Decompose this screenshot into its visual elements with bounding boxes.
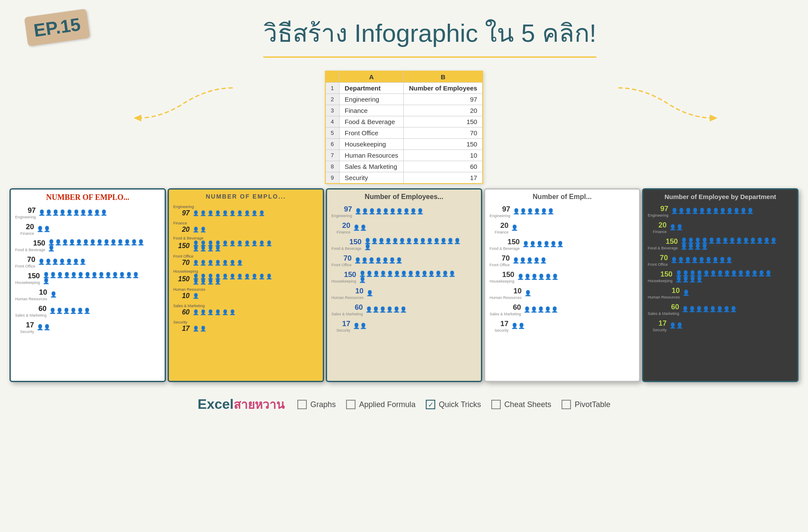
chart-row-left: 150Food & Beverage [490, 238, 520, 251]
arrow-left [129, 84, 241, 122]
person-icon: 👤 [207, 260, 214, 265]
footer-label: Graphs [310, 400, 336, 409]
person-icon: 👤 [98, 272, 105, 278]
person-icon: 👤 [84, 272, 91, 278]
dept-label: Security [648, 328, 667, 332]
chart-row: 97Engineering👤👤👤👤👤👤👤👤👤👤 [15, 205, 160, 220]
footer-checkbox[interactable]: ✓ [426, 400, 435, 409]
chart-value: 60 [15, 305, 47, 313]
person-icon: 👤 [726, 208, 733, 214]
person-icon: 👤 [251, 211, 258, 216]
person-icon: 👤 [730, 271, 737, 277]
table-row-num: 1 [325, 83, 340, 94]
chart-row: 70Front Office👤👤👤👤👤 [490, 253, 635, 268]
footer-checkbox[interactable] [346, 400, 356, 409]
chart-title-3: Number of Employees... [327, 190, 481, 202]
person-icon: 👤 [526, 258, 533, 264]
person-icon: 👤 [547, 208, 554, 215]
person-icon: 👤 [100, 210, 107, 216]
dept-label: Human Resources [490, 296, 522, 300]
person-icon: 👤 [110, 240, 117, 246]
person-icon: 👤 [520, 208, 527, 215]
person-icon: 👤 [193, 260, 199, 265]
person-icon: 👤 [366, 290, 373, 296]
dept-label: Food & Beverage [173, 236, 318, 240]
person-icon: 👤 [79, 259, 86, 265]
person-icon: 👤 [442, 271, 449, 277]
chart-panel-5: Number of Employee by Department 97Engin… [642, 188, 799, 382]
dept-label: Sales & Marketing [15, 313, 47, 317]
footer-checkbox[interactable] [491, 400, 501, 409]
chart-row-left: 20Finance [490, 221, 509, 234]
person-icon: 👤 [44, 324, 50, 330]
person-icon: 👤 [237, 211, 243, 216]
person-icon: 👤 [193, 279, 199, 284]
person-icon: 👤 [726, 257, 733, 263]
footer-checkbox[interactable] [562, 400, 571, 409]
person-icon: 👤 [229, 241, 236, 246]
dept-label: Front Office [173, 254, 318, 258]
dept-label: Housekeeping [490, 279, 515, 283]
brand-thai: สายหวาน [234, 398, 284, 411]
person-icon: 👤 [266, 274, 272, 279]
icons-container: 👤👤 [511, 323, 525, 329]
person-icon: 👤 [259, 211, 265, 216]
person-icon: 👤 [103, 240, 110, 246]
chart-row-left: 17Security [648, 319, 667, 332]
person-icon: 👤 [70, 272, 77, 278]
icons-container: 👤👤👤👤👤👤👤👤👤👤👤👤👤👤👤 [48, 240, 147, 252]
table-dept: Finance [339, 105, 403, 116]
person-icon: 👤 [517, 274, 524, 280]
person-icon: 👤 [222, 260, 228, 265]
chart-row-left: 97Engineering [490, 205, 510, 218]
person-icon: 👤 [244, 211, 250, 216]
table-employees: 20 [404, 105, 483, 116]
person-icon: 👤 [200, 326, 206, 331]
icons-container: 👤👤👤👤👤👤👤👤👤👤👤👤👤👤👤👤👤👤 [680, 238, 780, 250]
person-icon: 👤 [132, 272, 139, 278]
table-row-num: 3 [325, 105, 340, 116]
icons-container: 👤👤👤👤👤👤 [49, 308, 90, 314]
chart-row-left: 17Security [490, 320, 509, 333]
person-icon: 👤 [200, 211, 206, 216]
chart-value: 150 [490, 271, 515, 279]
chart-row: 60Sales & Marketing👤👤👤👤👤👤 [331, 302, 477, 317]
chart-title-4: Number of Empl... [485, 190, 639, 202]
person-icon: 👤 [703, 271, 710, 277]
chart-row: 17Security👤👤 [331, 319, 477, 333]
chart-value: 17 [173, 325, 190, 333]
person-icon: 👤 [440, 238, 447, 244]
icons-container: 👤👤 [353, 225, 367, 231]
person-icon: 👤 [557, 241, 564, 247]
person-icon: 👤 [677, 257, 684, 263]
footer-item-pivottable: PivotTable [562, 400, 610, 409]
dept-label: Human Resources [331, 296, 364, 300]
footer-checkbox[interactable] [297, 400, 307, 409]
dept-label: Finance [648, 230, 667, 234]
icons-container: 👤👤👤👤👤👤👤👤👤 [671, 257, 733, 263]
chart-value: 20 [331, 221, 350, 230]
person-icon: 👤 [56, 308, 63, 314]
person-icon: 👤 [421, 271, 428, 277]
person-icon: 👤 [550, 241, 557, 247]
excel-spreadsheet: A B 1DepartmentNumber of Employees2Engin… [325, 71, 484, 184]
chart-row: 70Front Office👤👤👤👤👤👤👤 [15, 255, 160, 269]
person-icon: 👤 [200, 260, 206, 265]
person-icon: 👤 [237, 241, 243, 246]
person-icon: 👤 [701, 244, 708, 250]
table-dept: Front Office [339, 128, 403, 139]
chart-row: 10Human Resources👤 [490, 286, 635, 301]
arrow-right [610, 84, 722, 122]
dept-label: Engineering [173, 205, 318, 209]
footer-item-cheat-sheets: Cheat Sheets [491, 400, 551, 409]
chart-row-left: 60Sales & Marketing [490, 303, 521, 316]
chart-value: 150 [331, 271, 356, 279]
chart-row-left: 17Security [15, 321, 34, 334]
person-icon: 👤 [80, 210, 87, 216]
person-icon: 👤 [396, 208, 403, 215]
chart-content-2: Engineering97👤👤👤👤👤👤👤👤👤👤Finance20👤👤Food &… [169, 202, 323, 337]
person-icon: 👤 [454, 238, 461, 244]
icons-container: 👤👤👤👤👤👤👤 [38, 259, 86, 265]
person-icon: 👤 [45, 210, 52, 216]
icons-container: 👤👤👤👤👤👤 [517, 274, 558, 280]
